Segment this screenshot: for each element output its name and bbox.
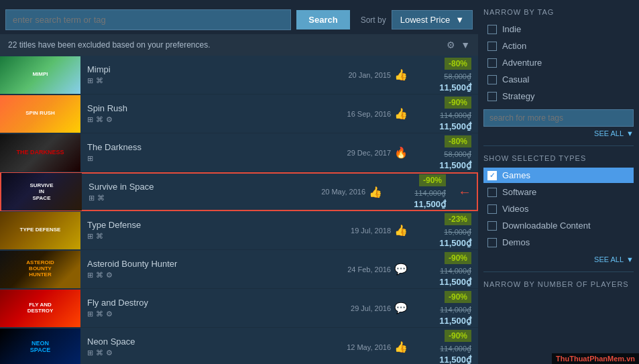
tag-label: Action — [502, 41, 526, 51]
tag-item[interactable]: Action — [483, 38, 634, 54]
tag-item[interactable]: Adventure — [483, 55, 634, 70]
see-all-tags-label: SEE ALL — [594, 129, 624, 137]
tag-item[interactable]: Casual — [483, 72, 634, 87]
game-platforms: ⊞⌘⚙ — [87, 310, 324, 318]
sort-dropdown[interactable]: Lowest Price ▼ — [392, 10, 473, 29]
game-thumbnail: FLY ANDDESTROY — [0, 290, 80, 327]
tag-search-input[interactable] — [483, 109, 634, 127]
type-item[interactable]: Games — [483, 168, 634, 183]
game-row[interactable]: THE DARKNESS The Darkness ⊞ 29 Dec, 2017… — [0, 133, 478, 172]
final-price: 11,500₫ — [414, 199, 446, 209]
gear-icon[interactable]: ⚙ — [447, 40, 455, 50]
game-row[interactable]: MIMPI Mimpi ⊞⌘ 20 Jan, 2015 👍 -80% 58,00… — [0, 56, 478, 95]
discount-badge: -90% — [419, 174, 446, 186]
platform-icon: ⊞ — [87, 271, 93, 280]
game-row[interactable]: SPIN RUSH Spin Rush ⊞⌘⚙ 16 Sep, 2016 👍 -… — [0, 95, 478, 133]
game-date: 24 Feb, 2016 — [331, 265, 391, 274]
original-price: 114,000₫ — [440, 306, 471, 314]
type-item[interactable]: Videos — [483, 201, 634, 217]
type-label: Downloadable Content — [502, 221, 591, 231]
final-price: 11,500₫ — [439, 238, 471, 248]
type-checkbox[interactable] — [487, 171, 497, 180]
tag-checkbox[interactable] — [487, 42, 497, 51]
tag-checkbox[interactable] — [487, 58, 497, 68]
game-review: 🔥 — [391, 146, 411, 159]
type-checkbox[interactable] — [487, 238, 497, 247]
original-price: 114,000₫ — [414, 189, 446, 198]
final-price: 11,500₫ — [439, 355, 471, 365]
original-price: 58,000₫ — [444, 150, 471, 159]
game-price-block: -90% 114,000₫ 11,500₫ — [411, 291, 478, 326]
game-platforms: ⊞ — [87, 154, 324, 163]
game-row[interactable]: SURVIVEINSPACE Survive in Space ⊞⌘ 20 Ma… — [0, 172, 478, 211]
type-checkbox[interactable] — [487, 204, 497, 214]
tag-label: Strategy — [502, 91, 534, 101]
excluded-icons: ⚙ ▼ — [447, 40, 470, 50]
game-price-block: -80% 58,000₫ 11,500₫ — [411, 135, 478, 170]
platform-icon: ⌘ — [96, 115, 103, 124]
tag-label: Adventure — [502, 58, 542, 68]
game-info: Mimpi ⊞⌘ — [80, 64, 331, 85]
game-date: 20 May, 2016 — [305, 188, 365, 196]
search-bar: Search Sort by Lowest Price ▼ — [0, 5, 478, 34]
tag-checkbox[interactable] — [487, 92, 497, 101]
game-date: 19 Jul, 2018 — [331, 227, 391, 235]
excluded-notice: 22 titles have been excluded based on yo… — [0, 34, 478, 56]
game-platforms: ⊞⌘⚙ — [87, 115, 324, 124]
game-date: 16 Sep, 2016 — [331, 110, 391, 118]
game-info: Neon Space ⊞⌘⚙ — [80, 337, 331, 357]
type-item[interactable]: Downloadable Content — [483, 218, 634, 233]
narrow-by-tag-title: Narrow by tag — [483, 5, 634, 16]
game-thumbnail: NEONSPACE — [0, 328, 80, 365]
see-all-tags-link[interactable]: SEE ALL ▼ — [483, 129, 634, 137]
game-price-block: -80% 58,000₫ 11,500₫ — [411, 58, 478, 93]
type-item[interactable]: Demos — [483, 235, 634, 250]
game-info: Type Defense ⊞⌘ — [80, 220, 331, 241]
type-label: Games — [502, 170, 530, 180]
type-checkbox[interactable] — [487, 221, 497, 231]
tag-checkbox[interactable] — [487, 25, 497, 34]
tag-label: Indie — [502, 24, 521, 34]
tag-list: Indie Action Adventure Casual Strategy — [483, 21, 634, 104]
excluded-text: 22 titles have been excluded based on yo… — [8, 40, 211, 50]
type-list: Games Software Videos Downloadable Conte… — [483, 168, 634, 250]
game-row[interactable]: TYPE DEFENSE Type Defense ⊞⌘ 19 Jul, 201… — [0, 211, 478, 250]
game-info: The Darkness ⊞ — [80, 142, 331, 163]
sort-value: Lowest Price — [400, 15, 450, 25]
platform-icon: ⊞ — [87, 310, 93, 318]
discount-badge: -80% — [445, 58, 471, 70]
discount-badge: -90% — [445, 291, 471, 303]
game-price-block: -23% 15,000₫ 11,500₫ — [411, 213, 478, 248]
game-review: 👍 — [391, 224, 411, 237]
see-all-types-link[interactable]: SEE ALL ▼ — [483, 255, 634, 263]
game-row[interactable]: ASTEROIDBOUNTYHUNTER Asteroid Bounty Hun… — [0, 250, 478, 289]
chevron-down-icon[interactable]: ▼ — [461, 40, 470, 50]
search-button[interactable]: Search — [296, 10, 349, 29]
platform-icon: ⊞ — [89, 194, 95, 202]
game-info: Survive in Space ⊞⌘ — [82, 182, 305, 202]
game-row[interactable]: FLY ANDDESTROY Fly and Destroy ⊞⌘⚙ 29 Ju… — [0, 289, 478, 328]
game-row[interactable]: NEONSPACE Neon Space ⊞⌘⚙ 12 May, 2016 👍 … — [0, 328, 478, 364]
type-item[interactable]: Software — [483, 184, 634, 200]
tag-item[interactable]: Strategy — [483, 88, 634, 104]
game-price-block: -90% 114,000₫ 11,500₫ — [411, 97, 478, 131]
main-container: Search Sort by Lowest Price ▼ 22 titles … — [0, 0, 639, 364]
tag-checkbox[interactable] — [487, 75, 497, 84]
type-checkbox[interactable] — [487, 188, 497, 197]
final-price: 11,500₫ — [439, 82, 471, 93]
review-icon: 👍 — [394, 107, 408, 120]
game-date: 29 Dec, 2017 — [331, 149, 391, 157]
search-input[interactable] — [5, 9, 291, 30]
chevron-down-icon: ▼ — [626, 129, 634, 137]
game-platforms: ⊞⌘ — [87, 232, 324, 241]
tag-item[interactable]: Indie — [483, 21, 634, 37]
divider-2 — [483, 271, 634, 272]
divider — [483, 145, 634, 146]
game-platforms: ⊞⌘⚙ — [87, 349, 324, 357]
game-title: Asteroid Bounty Hunter — [87, 259, 324, 269]
left-panel: Search Sort by Lowest Price ▼ 22 titles … — [0, 0, 478, 364]
game-review: 💬 — [391, 302, 411, 314]
review-icon: 💬 — [394, 263, 408, 276]
game-thumbnail: SURVIVEINSPACE — [1, 173, 82, 210]
chevron-down-icon: ▼ — [626, 255, 634, 263]
